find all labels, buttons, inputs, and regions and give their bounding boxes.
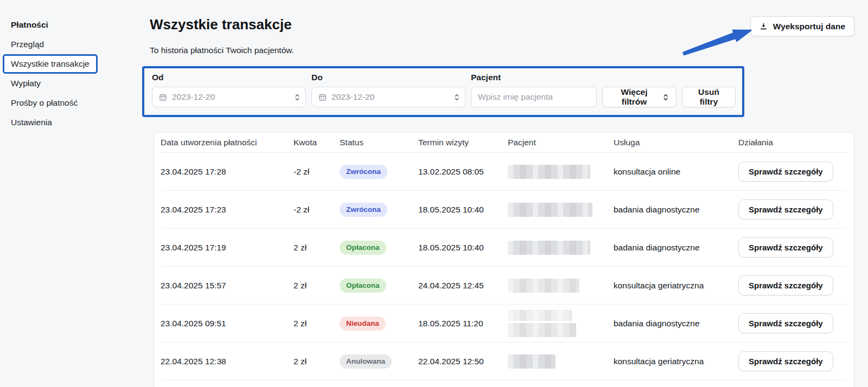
patient-redacted [508,310,614,337]
details-button[interactable]: Sprawdź szczegóły [738,351,833,371]
redacted-patient-name [508,279,579,293]
status-badge: Anulowana [340,354,392,369]
download-icon [760,22,768,30]
patient-redacted [508,203,614,217]
filter-group-od: Od 2023-12-20 [152,73,306,107]
details-button[interactable]: Sprawdź szczegóły [738,237,833,257]
date-to-input[interactable]: 2023-12-20 [311,87,465,107]
payment-created-cell: 23.04.2025 17:23 [161,205,293,215]
date-from-input[interactable]: 2023-12-20 [152,87,306,107]
sidebar-section-platnosci: Płatności [0,15,142,35]
up-down-chevrons-icon[interactable] [295,93,300,101]
up-down-chevrons-icon [663,93,668,101]
amount-cell: 2 zł [293,319,340,328]
redacted-patient-name [508,165,590,179]
date-to-value: 2023-12-20 [331,92,449,102]
filters-panel: Od 2023-12-20 Do [142,66,744,117]
amount-cell: -2 zł [293,205,340,215]
calendar-icon [159,93,167,101]
details-button[interactable]: Sprawdź szczegóły [738,313,833,333]
amount-cell: -2 zł [293,167,340,177]
payment-created-cell: 23.04.2025 09:51 [161,319,293,328]
table-row: 23.04.2025 17:23 -2 zł Zwrócona 18.05.20… [161,191,847,229]
filter-do-label: Do [311,73,465,82]
patient-redacted [508,165,614,179]
column-header-status: Status [340,138,418,147]
status-badge: Opłacona [340,241,386,255]
table-header-row: Data utworzenia płatności Kwota Status T… [161,133,847,153]
status-badge: Zwrócona [340,165,387,179]
clear-filters-button[interactable]: Usuń filtry [682,87,736,107]
payment-created-cell: 22.04.2025 12:38 [161,357,293,366]
redacted-patient-name [508,241,590,255]
service-cell: badania diagnostyczne [614,205,738,215]
patient-redacted [508,279,614,293]
service-cell: konsultacja geriatryczna [614,357,738,366]
more-filters-label: Więcej filtrów [610,87,658,107]
filter-od-label: Od [152,73,306,82]
transactions-table: Data utworzenia płatności Kwota Status T… [154,132,854,387]
column-header-service: Usługa [614,138,738,147]
table-row: 23.04.2025 17:28 -2 zł Zwrócona 13.02.20… [161,153,847,191]
table-row: 23.04.2025 17:19 2 zł Opłacona 18.05.202… [161,229,847,267]
status-badge: Opłacona [340,279,386,293]
redacted-patient-name [508,203,592,217]
patient-redacted [508,241,614,255]
patient-name-input[interactable] [471,87,597,107]
payment-created-cell: 23.04.2025 15:57 [161,281,293,291]
column-header-amount: Kwota [293,138,340,147]
column-header-created: Data utworzenia płatności [161,138,293,147]
table-row: 23.04.2025 15:57 2 zł Opłacona 24.04.202… [161,267,847,305]
sidebar-item-ustawienia[interactable]: Ustawienia [0,113,142,132]
visit-date-cell: 22.04.2025 12:50 [418,357,508,366]
table-row: 22.04.2025 12:38 2 zł Anulowana 22.04.20… [161,343,847,380]
payment-created-cell: 23.04.2025 17:28 [161,167,293,177]
sidebar-item-wyplaty[interactable]: Wypłaty [0,74,142,93]
visit-date-cell: 18.05.2025 11:20 [418,319,508,328]
date-from-value: 2023-12-20 [172,92,290,102]
redacted-patient-name [508,354,556,369]
clear-filters-label: Usuń filtry [690,87,727,107]
export-data-label: Wyeksportuj dane [773,22,845,31]
column-header-actions: Działania [738,138,847,147]
sidebar-active-highlight: Wszystkie transakcje [3,54,98,74]
sidebar: Płatności Przegląd Wszystkie transakcje … [0,0,142,132]
status-badge: Nieudana [340,317,386,331]
redacted-patient-name [508,323,576,337]
more-filters-button[interactable]: Więcej filtrów [602,87,676,107]
column-header-visit: Termin wizyty [418,138,508,147]
table-body: 23.04.2025 17:28 -2 zł Zwrócona 13.02.20… [161,153,847,380]
payment-created-cell: 23.04.2025 17:19 [161,243,293,253]
service-cell: konsultacja online [614,167,738,177]
payments-page: { "sidebar": { "section_title": "Płatnoś… [0,0,868,387]
status-badge: Zwrócona [340,203,387,217]
visit-date-cell: 18.05.2025 10:40 [418,243,508,253]
amount-cell: 2 zł [293,243,340,253]
details-button[interactable]: Sprawdź szczegóły [738,275,833,295]
visit-date-cell: 18.05.2025 10:40 [418,205,508,215]
visit-date-cell: 13.02.2025 08:05 [418,167,508,177]
redacted-patient-name [508,310,572,321]
details-button[interactable]: Sprawdź szczegóły [738,162,833,182]
service-cell: badania diagnostyczne [614,319,738,328]
sidebar-item-prosby-o-platnosc[interactable]: Prośby o płatność [0,93,142,113]
column-header-patient: Pacjent [508,138,614,147]
page-title: Wszystkie transakcje [150,16,292,33]
table-row: 23.04.2025 09:51 2 zł Nieudana 18.05.202… [161,305,847,343]
sidebar-item-wszystkie-transakcje[interactable]: Wszystkie transakcje [0,54,142,74]
filter-group-do: Do 2023-12-20 [311,73,465,107]
details-button[interactable]: Sprawdź szczegóły [738,199,833,220]
visit-date-cell: 24.04.2025 12:45 [418,281,508,291]
filter-pacjent-label: Pacjent [471,73,597,82]
blue-arrow-annotation-icon [679,23,758,60]
filter-group-pacjent: Pacjent [471,73,597,107]
amount-cell: 2 zł [293,281,340,291]
sidebar-item-przeglad[interactable]: Przegląd [0,35,142,54]
service-cell: badania diagnostyczne [614,243,738,253]
calendar-icon [318,93,327,101]
export-data-button[interactable]: Wyeksportuj dane [750,16,854,36]
up-down-chevrons-icon[interactable] [454,93,459,101]
service-cell: konsultacja geriatryczna [614,281,738,291]
page-subtitle: To historia płatności Twoich pacjentów. [150,46,294,55]
amount-cell: 2 zł [293,357,340,366]
